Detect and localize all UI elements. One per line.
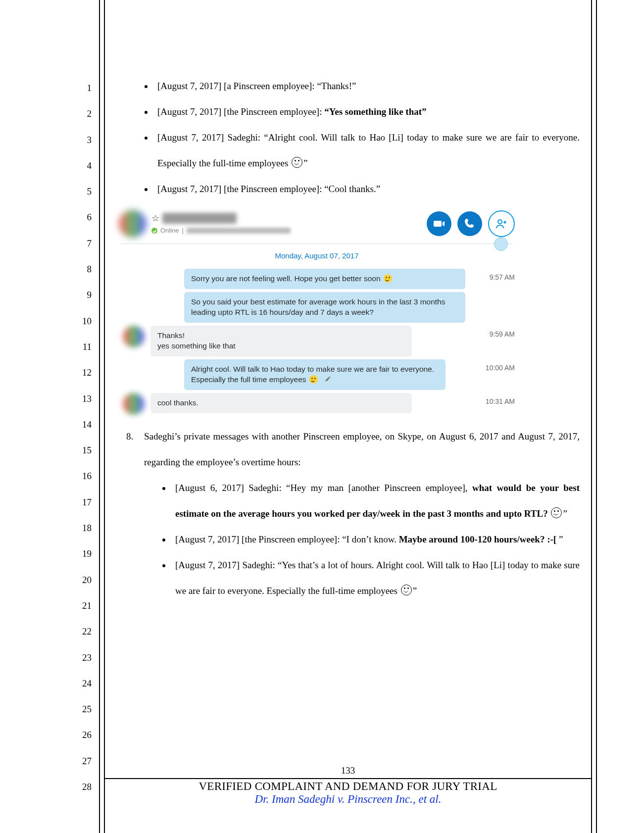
footer-title: VERIFIED COMPLAINT AND DEMAND FOR JURY T… — [104, 780, 592, 793]
line-number: 27 — [77, 748, 92, 774]
presence-text: Online — [160, 226, 179, 235]
numbered-paragraph: 8. Sadeghi’s private messages with anoth… — [126, 424, 580, 604]
line-number: 6 — [77, 204, 92, 230]
line-number: 16 — [77, 463, 92, 489]
smiley-emoji-icon — [384, 274, 392, 283]
line-number: 14 — [77, 412, 92, 438]
bullet-item: [August 7, 2017] [a Pinscreen employee]:… — [153, 73, 580, 99]
message-timestamp: 10:31 AM — [478, 393, 515, 406]
line-number: 11 — [77, 334, 92, 360]
avatar — [119, 210, 147, 238]
bullet-text: ” — [413, 586, 417, 596]
body-text: [August 7, 2017] [a Pinscreen employee]:… — [126, 73, 580, 604]
line-number: 19 — [77, 541, 92, 567]
bullet-text: [August 7, 2017] [the Pinscreen employee… — [157, 106, 324, 117]
line-numbers: 1234567891011121314151617181920212223242… — [77, 75, 92, 800]
video-camera-icon — [433, 218, 445, 230]
date-divider: Monday, August 07, 2017 — [114, 244, 520, 266]
line-number: 17 — [77, 490, 92, 515]
line-number: 24 — [77, 671, 92, 696]
footer-case-caption: Dr. Iman Sadeghi v. Pinscreen Inc., et a… — [104, 793, 592, 806]
page-footer: 133 VERIFIED COMPLAINT AND DEMAND FOR JU… — [104, 765, 592, 806]
separator: | — [182, 226, 184, 235]
bullet-bold: Maybe around 100-120 hours/week? :-[ — [399, 534, 559, 544]
message-row: cool thanks. 10:31 AM — [119, 393, 515, 415]
line-number: 12 — [77, 360, 92, 386]
smiley-icon — [292, 157, 302, 168]
avatar — [123, 393, 145, 415]
page-number: 133 — [104, 765, 592, 776]
bullet-bold: “Yes something like that” — [324, 106, 426, 117]
globe-icon — [494, 237, 508, 251]
line-number: 28 — [77, 774, 92, 800]
message-text: Thanks! — [157, 331, 405, 341]
bullet-item: [August 7, 2017] Sadeghi: “Alright cool.… — [153, 125, 580, 176]
message-text: yes something like that — [157, 341, 405, 351]
skype-screenshot: ☆ Online | — [114, 206, 520, 415]
vertical-rule-right — [591, 0, 597, 833]
message-text: So you said your best estimate for avera… — [191, 297, 445, 316]
add-contact-button[interactable] — [488, 210, 515, 237]
bullet-text: ” — [559, 534, 563, 544]
smiley-icon — [401, 585, 412, 595]
bullet-text: [August 7, 2017] [the Pinscreen employee… — [157, 184, 380, 194]
audio-call-button[interactable] — [457, 211, 482, 236]
line-number: 20 — [77, 567, 92, 593]
phone-icon — [464, 218, 476, 230]
vertical-rule-left — [99, 0, 105, 833]
incoming-message: Thanks! yes something like that — [150, 326, 412, 356]
message-timestamp: 9:59 AM — [482, 326, 515, 339]
bullet-item: [August 7, 2017] [the Pinscreen employee… — [171, 527, 580, 552]
bullet-text: [August 7, 2017] [a Pinscreen employee]:… — [157, 81, 356, 91]
svg-point-0 — [498, 220, 502, 224]
paragraph-text: Sadeghi’s private messages with another … — [144, 431, 580, 467]
smiley-emoji-icon — [309, 375, 318, 384]
favorite-star-icon[interactable]: ☆ — [151, 212, 159, 224]
line-number: 26 — [77, 722, 92, 748]
line-number: 8 — [77, 256, 92, 282]
edited-icon — [325, 375, 332, 385]
bullet-item: [August 7, 2017] [the Pinscreen employee… — [153, 176, 580, 202]
line-number: 13 — [77, 386, 92, 412]
avatar — [123, 326, 145, 347]
line-number: 22 — [77, 619, 92, 644]
bullet-item: [August 7, 2017] [the Pinscreen employee… — [153, 99, 580, 125]
incoming-message: cool thanks. — [150, 393, 412, 413]
outgoing-message: So you said your best estimate for avera… — [184, 292, 465, 323]
line-number: 5 — [77, 179, 92, 204]
message-row: Sorry you are not feeling well. Hope you… — [119, 269, 515, 323]
line-number: 3 — [77, 127, 92, 153]
legal-pleading-page: 1234567891011121314151617181920212223242… — [0, 0, 644, 833]
outgoing-message: Sorry you are not feeling well. Hope you… — [184, 269, 465, 289]
add-person-icon — [495, 218, 507, 230]
bullet-text: [August 7, 2017] Sadeghi: “Yes that’s a … — [175, 560, 580, 596]
presence-online-icon — [151, 228, 157, 234]
message-timestamp: 9:57 AM — [482, 269, 515, 282]
bullet-text: [August 6, 2017] Sadeghi: “Hey my man [a… — [175, 483, 472, 493]
message-text: Sorry you are not feeling well. Hope you… — [191, 274, 383, 283]
line-number: 1 — [77, 75, 92, 101]
line-number: 2 — [77, 101, 92, 127]
message-timestamp: 10:00 AM — [478, 359, 515, 373]
message-text: cool thanks. — [157, 398, 198, 407]
bullet-text: ” — [563, 508, 567, 519]
outgoing-message: Alright cool. Will talk to Hao today to … — [184, 359, 446, 390]
line-number: 9 — [77, 282, 92, 308]
line-number: 4 — [77, 153, 92, 179]
bullet-text: [August 7, 2017] Sadeghi: “Alright cool.… — [157, 132, 580, 168]
bullet-item: [August 7, 2017] Sadeghi: “Yes that’s a … — [171, 552, 580, 604]
line-number: 23 — [77, 645, 92, 671]
contact-name-block: ☆ Online | — [151, 212, 427, 235]
footer-rule — [104, 778, 592, 779]
redacted-location — [187, 228, 291, 234]
line-number: 25 — [77, 696, 92, 722]
video-call-button[interactable] — [427, 211, 451, 236]
line-number: 18 — [77, 515, 92, 541]
line-number: 15 — [77, 438, 92, 463]
bullet-text: [August 7, 2017] [the Pinscreen employee… — [175, 534, 399, 544]
bullet-item: [August 6, 2017] Sadeghi: “Hey my man [a… — [171, 475, 580, 527]
smiley-icon — [551, 507, 562, 518]
call-actions — [427, 210, 515, 237]
message-row: Thanks! yes something like that 9:59 AM — [119, 326, 515, 356]
paragraph-number: 8. — [126, 424, 144, 604]
